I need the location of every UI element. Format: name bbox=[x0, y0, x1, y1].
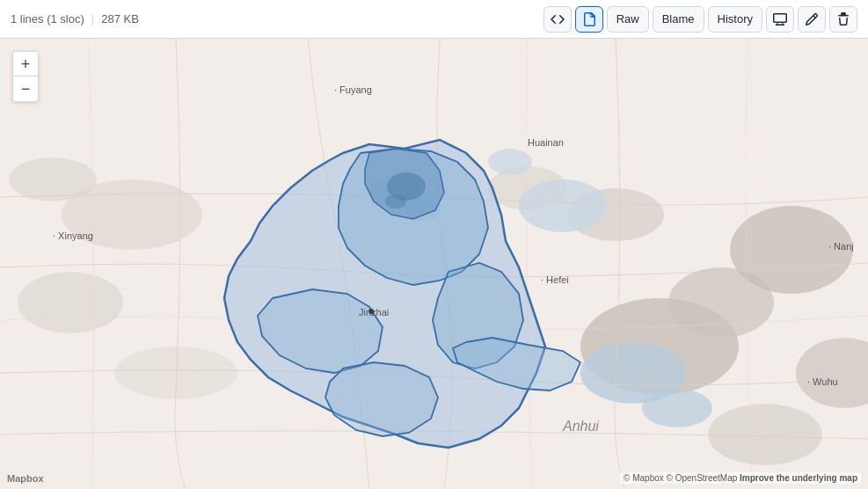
raw-button[interactable]: Raw bbox=[607, 6, 649, 33]
desktop-icon bbox=[773, 12, 787, 26]
zoom-out-label: − bbox=[21, 81, 31, 97]
blame-button[interactable]: Blame bbox=[653, 6, 704, 33]
trash-icon bbox=[836, 12, 850, 26]
svg-point-13 bbox=[488, 149, 532, 175]
preview-button[interactable] bbox=[575, 6, 603, 33]
desktop-button[interactable] bbox=[766, 6, 794, 33]
pencil-icon bbox=[805, 12, 819, 26]
svg-point-20 bbox=[368, 309, 374, 314]
history-button[interactable]: History bbox=[708, 6, 762, 33]
history-label: History bbox=[718, 12, 753, 26]
mapbox-logo: Mapbox bbox=[7, 473, 44, 484]
map-container[interactable]: · Fuyang · Xinyang Huainan · Hefei Jinzh… bbox=[0, 39, 868, 489]
svg-point-19 bbox=[385, 194, 406, 208]
toolbar: 1 lines (1 sloc) | 287 KB Raw Blame bbox=[0, 0, 868, 39]
code-button[interactable] bbox=[543, 6, 572, 33]
file-info: 1 lines (1 sloc) | 287 KB bbox=[11, 12, 536, 26]
code-icon bbox=[551, 12, 565, 26]
zoom-controls: + − bbox=[12, 51, 39, 102]
line-count: 1 lines (1 sloc) bbox=[11, 12, 84, 26]
delete-button[interactable] bbox=[829, 6, 857, 33]
map-svg bbox=[0, 39, 868, 489]
file-icon bbox=[582, 12, 596, 26]
map-attribution: © Mapbox © OpenStreetMap Improve the und… bbox=[620, 472, 861, 484]
attribution-text: © Mapbox © OpenStreetMap bbox=[624, 473, 740, 483]
svg-point-2 bbox=[18, 272, 123, 333]
svg-point-15 bbox=[642, 389, 712, 427]
svg-point-9 bbox=[730, 206, 853, 294]
edit-button[interactable] bbox=[798, 6, 826, 33]
improve-map-link[interactable]: Improve the underlying map bbox=[740, 473, 857, 483]
raw-label: Raw bbox=[616, 12, 639, 26]
svg-point-12 bbox=[519, 179, 607, 232]
toolbar-actions: Raw Blame History bbox=[543, 6, 857, 33]
zoom-in-label: + bbox=[21, 56, 31, 72]
blame-label: Blame bbox=[662, 12, 695, 26]
svg-point-11 bbox=[708, 404, 822, 465]
separator: | bbox=[91, 12, 94, 26]
zoom-out-button[interactable]: − bbox=[13, 77, 38, 101]
zoom-in-button[interactable]: + bbox=[13, 52, 38, 77]
mapbox-logo-text: Mapbox bbox=[7, 473, 44, 484]
file-size: 287 KB bbox=[101, 12, 139, 26]
